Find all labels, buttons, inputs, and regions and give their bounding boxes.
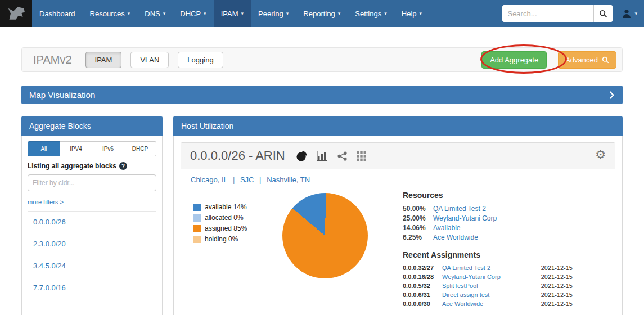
nav-label: IPAM xyxy=(221,10,238,18)
tab-all[interactable]: All xyxy=(28,141,60,156)
utilization-box-header: 0.0.0.0/26 - ARIN ⚙ xyxy=(181,143,615,169)
map-visualization-bar[interactable]: Map Visualization xyxy=(21,86,623,104)
aggregate-block-list: 0.0.0.0/26 2.3.0.0/20 3.4.5.0/24 7.7.0.0… xyxy=(28,211,156,315)
app-logo[interactable] xyxy=(0,0,32,27)
page-header: IPAMv2 IPAM VLAN Logging Add Aggregate A… xyxy=(21,47,623,72)
assignment-link[interactable]: Direct assign test xyxy=(442,291,541,298)
caret-down-icon: ▾ xyxy=(634,11,637,16)
caret-down-icon: ▾ xyxy=(338,11,341,16)
nav-item-reporting[interactable]: Reporting▾ xyxy=(296,0,348,27)
recent-assignment-row: 0.0.0.0/30Ace Worldwide2021-12-15 xyxy=(403,300,573,307)
aggregate-block-row[interactable]: 7.7.0.0/16 xyxy=(28,277,156,299)
advanced-label: Advanced xyxy=(565,56,598,64)
add-aggregate-button[interactable]: Add Aggregate xyxy=(481,51,547,69)
map-visualization-title: Map Visualization xyxy=(29,90,95,100)
assignment-date: 2021-12-15 xyxy=(541,300,573,307)
more-filters-link[interactable]: more filters > xyxy=(28,199,64,205)
tab-ipam[interactable]: IPAM xyxy=(85,52,122,68)
rhino-logo-icon xyxy=(5,2,28,25)
cidr-filter-input[interactable] xyxy=(28,174,156,191)
location-link[interactable]: SJC xyxy=(240,176,254,184)
resource-row: 6.25%Ace Worldwide xyxy=(403,233,573,241)
tab-dhcp[interactable]: DHCP xyxy=(124,141,156,156)
pie-chart-icon[interactable] xyxy=(296,151,307,161)
location-link[interactable]: Chicago, IL xyxy=(191,176,227,184)
nav-label: Resources xyxy=(90,10,125,18)
global-search xyxy=(502,5,613,22)
pie-legend: available 14% allocated 0% assigned 85% … xyxy=(193,203,282,309)
caret-down-icon: ▾ xyxy=(286,11,289,16)
aggregate-block-row-partial[interactable] xyxy=(28,299,156,315)
share-icon[interactable] xyxy=(337,151,347,161)
resource-row: 25.00%Weyland-Yutani Corp xyxy=(403,214,573,222)
utilization-content: available 14% allocated 0% assigned 85% … xyxy=(181,186,615,315)
view-toggle-icons xyxy=(296,151,366,161)
nav-item-dns[interactable]: DNS▾ xyxy=(137,0,173,27)
help-icon[interactable]: ? xyxy=(119,162,127,170)
assignment-date: 2021-12-15 xyxy=(541,282,573,289)
nav-label: DNS xyxy=(145,10,160,18)
caret-down-icon: ▾ xyxy=(163,11,166,16)
resource-link[interactable]: QA Limited Test 2 xyxy=(433,205,486,213)
resource-link[interactable]: Available xyxy=(433,224,460,232)
tab-logging[interactable]: Logging xyxy=(178,52,223,68)
aggregate-block-row[interactable]: 0.0.0.0/26 xyxy=(28,212,156,233)
legend-swatch xyxy=(193,204,201,211)
location-separator: | xyxy=(233,176,235,184)
aggregate-blocks-body: All IPV4 IPv6 DHCP Listing all aggregate… xyxy=(21,136,163,315)
caret-down-icon: ▾ xyxy=(241,11,244,16)
assignment-link[interactable]: SplitTestPool xyxy=(442,282,541,289)
assignment-link[interactable]: Ace Worldwide xyxy=(442,300,541,307)
bar-chart-icon[interactable] xyxy=(317,151,328,161)
gear-icon[interactable]: ⚙ xyxy=(595,148,606,161)
tab-ipv4[interactable]: IPV4 xyxy=(60,141,92,156)
search-icon xyxy=(599,10,607,18)
caret-down-icon: ▾ xyxy=(204,11,206,16)
legend-item: assigned 85% xyxy=(193,224,282,232)
advanced-button[interactable]: Advanced xyxy=(558,51,616,69)
recent-assignment-row: 0.0.0.32/27QA Limited Test 22021-12-15 xyxy=(403,264,573,271)
user-menu[interactable]: ▾ xyxy=(622,8,637,19)
resource-link[interactable]: Weyland-Yutani Corp xyxy=(433,214,497,222)
host-utilization-panel: Host Utilization 0.0.0.0/26 - ARIN xyxy=(173,116,623,315)
recent-assignment-row: 0.0.0.6/31Direct assign test2021-12-15 xyxy=(403,291,573,298)
listing-label: Listing all aggregate blocks ? xyxy=(28,162,156,170)
assignment-date: 2021-12-15 xyxy=(541,291,573,298)
recent-assignment-row: 0.0.0.16/28Weyland-Yutani Corp2021-12-15 xyxy=(403,273,573,280)
grid-icon[interactable] xyxy=(357,151,366,161)
nav-item-dhcp[interactable]: DHCP▾ xyxy=(173,0,213,27)
aggregate-block-row[interactable]: 2.3.0.0/20 xyxy=(28,233,156,255)
nav-item-settings[interactable]: Settings▾ xyxy=(348,0,394,27)
nav-item-resources[interactable]: Resources▾ xyxy=(83,0,138,27)
nav-label: Peering xyxy=(258,10,283,18)
legend-item: available 14% xyxy=(193,203,282,211)
utilization-pie xyxy=(282,193,368,278)
host-utilization-body: 0.0.0.0/26 - ARIN ⚙ xyxy=(173,136,623,315)
nav-label: Dashboard xyxy=(39,10,75,18)
location-separator: | xyxy=(259,176,261,184)
tab-vlan[interactable]: VLAN xyxy=(130,52,169,68)
page-title: IPAMv2 xyxy=(33,53,72,66)
nav-item-help[interactable]: Help▾ xyxy=(394,0,429,27)
location-link[interactable]: Nashville, TN xyxy=(267,176,310,184)
assignment-date: 2021-12-15 xyxy=(541,273,573,280)
assignment-link[interactable]: Weyland-Yutani Corp xyxy=(442,273,541,280)
recent-assignments-title: Recent Assignments xyxy=(403,250,573,259)
resource-link[interactable]: Ace Worldwide xyxy=(433,233,478,241)
tab-ipv6[interactable]: IPv6 xyxy=(92,141,124,156)
caret-down-icon: ▾ xyxy=(420,11,422,16)
search-button[interactable] xyxy=(593,5,613,22)
search-input[interactable] xyxy=(502,5,593,22)
nav-item-dashboard[interactable]: Dashboard xyxy=(32,0,83,27)
nav-item-ipam[interactable]: IPAM▾ xyxy=(214,0,251,27)
assignment-link[interactable]: QA Limited Test 2 xyxy=(442,264,541,271)
top-navbar: Dashboard Resources▾ DNS▾ DHCP▾ IPAM▾ Pe… xyxy=(0,0,644,27)
resource-row: 50.00%QA Limited Test 2 xyxy=(403,205,573,213)
legend-swatch xyxy=(193,214,201,222)
aggregate-block-row[interactable]: 3.4.5.0/24 xyxy=(28,255,156,277)
legend-item: allocated 0% xyxy=(193,214,282,222)
nav-item-peering[interactable]: Peering▾ xyxy=(251,0,296,27)
main-menu: Dashboard Resources▾ DNS▾ DHCP▾ IPAM▾ Pe… xyxy=(32,0,429,27)
legend-item: holding 0% xyxy=(193,235,282,243)
caret-down-icon: ▾ xyxy=(128,11,130,16)
